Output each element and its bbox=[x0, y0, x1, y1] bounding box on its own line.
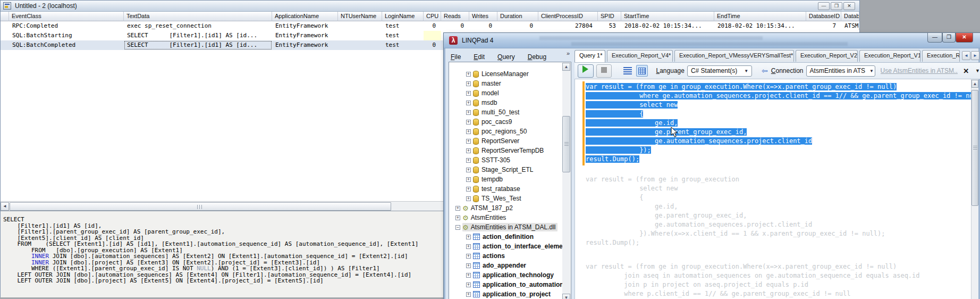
grid-header-NTUserName[interactable]: NTUserName bbox=[338, 12, 382, 21]
grid-cell[interactable] bbox=[1, 21, 9, 31]
expand-icon[interactable]: + bbox=[466, 168, 471, 172]
editor-scrollbar-thumb[interactable] bbox=[971, 90, 978, 206]
tree-item-master[interactable]: +master bbox=[449, 79, 571, 88]
grid-cell[interactable]: SELECT [Filter1].[id1] AS [id... bbox=[124, 31, 272, 40]
connection-more-caret[interactable]: ▼ bbox=[975, 68, 980, 73]
grid-cell[interactable] bbox=[338, 31, 382, 40]
tree-item-tempdb[interactable]: +tempdb bbox=[449, 175, 571, 184]
language-select[interactable]: C# Statement(s)▼ bbox=[687, 65, 752, 77]
tree-item-poc-cacs9[interactable]: +poc_cacs9 bbox=[449, 117, 571, 127]
grid-header-LoginName[interactable]: LoginName bbox=[382, 12, 424, 21]
expand-icon[interactable]: + bbox=[466, 81, 471, 86]
scroll-left-button[interactable]: ◄ bbox=[1, 202, 9, 211]
tab-execution-report-v2[interactable]: Execution_Report_V2 bbox=[796, 50, 858, 62]
grid-cell[interactable]: EntityFramework bbox=[272, 21, 338, 31]
grid-header-StartTime[interactable]: StartTime bbox=[621, 12, 714, 21]
menu-file[interactable]: File bbox=[451, 53, 461, 61]
tree-item-sstt-305[interactable]: +SSTT-305 bbox=[449, 155, 571, 165]
expand-icon[interactable]: + bbox=[455, 206, 460, 211]
grid-cell[interactable]: SELECT [Filter1].[id1] AS [id... bbox=[124, 40, 272, 50]
menu-query[interactable]: Query bbox=[497, 53, 515, 61]
grid-header-EndTime[interactable]: EndTime bbox=[714, 12, 806, 21]
tree-scroll-up-button[interactable]: ▲ bbox=[562, 63, 570, 71]
tree-item-application-to-automation[interactable]: +application_to_automation bbox=[449, 280, 571, 289]
tree-item-reportserver[interactable]: +ReportServer bbox=[449, 136, 571, 146]
profiler-titlebar[interactable]: Untitled - 2 (localhost) — ❐ ✕ bbox=[1, 1, 859, 12]
execute-button[interactable] bbox=[578, 64, 594, 78]
stop-button[interactable] bbox=[596, 64, 612, 78]
tab-execution-report-vmessyverysmalltest-[interactable]: Execution_Report_VMessyVERYSmallTest* bbox=[674, 50, 794, 62]
grid-cell[interactable] bbox=[338, 40, 382, 50]
tree-scrollbar-thumb[interactable] bbox=[562, 116, 570, 172]
expand-icon[interactable]: + bbox=[455, 215, 460, 220]
grid-cell[interactable]: 53 bbox=[598, 21, 621, 31]
grid-header-SPID[interactable]: SPID bbox=[598, 12, 621, 21]
grid-cell[interactable] bbox=[1, 31, 9, 40]
grid-header-Database[interactable]: Database bbox=[841, 12, 859, 21]
grid-header-EventClass[interactable]: EventClass bbox=[9, 12, 124, 21]
tree-item-atsmentities-in-atsm-dal-dll[interactable]: −⚙AtsmEntities in ATSM_DAL.dll bbox=[449, 222, 571, 232]
tree-item-msdb[interactable]: +msdb bbox=[449, 98, 571, 107]
tree-item-reportservertempdb[interactable]: +ReportServerTempDB bbox=[449, 146, 571, 155]
grid-cell[interactable]: 7 bbox=[806, 21, 841, 31]
grid-cell[interactable] bbox=[424, 31, 441, 40]
expand-icon[interactable]: + bbox=[466, 263, 471, 268]
tree-item-ts-wes-test[interactable]: +TS_Wes_Test bbox=[449, 194, 571, 203]
grid-cell[interactable]: 0 bbox=[469, 21, 497, 31]
grid-header-Writes[interactable]: Writes bbox=[469, 12, 497, 21]
grid-cell[interactable]: 2018-02-02 10:15:34... bbox=[714, 21, 806, 31]
tree-scrollbar[interactable]: ▲ ▼ bbox=[562, 63, 570, 299]
linqpad-titlebar[interactable]: λ LINQPad 4 — ❐ ✕ bbox=[444, 33, 980, 48]
grid-cell[interactable]: 0 bbox=[497, 21, 538, 31]
trace-row[interactable]: RPC:Completedexec sp_reset_connectionEnt… bbox=[1, 21, 859, 31]
tab-scroll-left-button[interactable]: ◄ bbox=[962, 51, 970, 60]
grid-cell[interactable]: 0 bbox=[424, 21, 441, 31]
menu-overflow-chevron[interactable]: » bbox=[567, 50, 570, 56]
grid-header-DatabaseID[interactable]: DatabaseID bbox=[806, 12, 841, 21]
code-editor[interactable]: var result = (from ge in group_execution… bbox=[575, 79, 974, 299]
maximize-button[interactable]: ❐ bbox=[831, 2, 842, 10]
expand-icon[interactable]: + bbox=[466, 148, 471, 153]
use-connection-link[interactable]: Use AtsmEntities in ATSM... bbox=[881, 67, 958, 74]
tree-scroll-down-button[interactable]: ▼ bbox=[562, 294, 570, 299]
tree-item-test-ratabase[interactable]: +test_ratabase bbox=[449, 184, 571, 194]
grid-cell[interactable]: ATSM_ bbox=[841, 21, 859, 31]
editor-scroll-up-button[interactable]: ▲ bbox=[971, 80, 978, 88]
grid-cell[interactable]: SQL:BatchCompleted bbox=[9, 40, 124, 50]
grid-cell[interactable] bbox=[1, 40, 9, 50]
close-button[interactable]: ✕ bbox=[843, 2, 855, 10]
grid-cell[interactable]: exec sp_reset_connection bbox=[124, 21, 272, 31]
grid-cell[interactable]: 2018-02-02 10:15:34... bbox=[621, 21, 714, 31]
tree-item-action-definition[interactable]: +action_definition bbox=[449, 232, 571, 242]
minimize-button[interactable]: — bbox=[927, 33, 942, 43]
expand-icon[interactable]: + bbox=[466, 196, 471, 201]
expand-icon[interactable]: + bbox=[466, 273, 471, 278]
maximize-button[interactable]: ❐ bbox=[942, 33, 956, 43]
grid-header-CPU[interactable]: CPU bbox=[424, 12, 441, 21]
close-button[interactable]: ✕ bbox=[956, 33, 973, 43]
menu-edit[interactable]: Edit bbox=[474, 53, 485, 61]
grid-header-Reads[interactable]: Reads bbox=[441, 12, 469, 21]
expand-icon[interactable]: + bbox=[466, 158, 471, 163]
tree-item-stage-script-etl[interactable]: +Stage_Script_ETL bbox=[449, 165, 571, 175]
grid-cell[interactable]: RPC:Completed bbox=[9, 21, 124, 31]
expand-icon[interactable]: + bbox=[466, 187, 471, 192]
tab-execution-report-v1[interactable]: Execution_Report_V1 bbox=[859, 50, 920, 62]
menu-debug[interactable]: Debug bbox=[528, 53, 546, 61]
grid-cell[interactable]: test bbox=[382, 40, 424, 50]
tree-item-licensemanager[interactable]: +LicenseManager bbox=[449, 69, 571, 79]
tree-item-model[interactable]: +model bbox=[449, 88, 571, 98]
scrollbar-thumb[interactable] bbox=[10, 202, 391, 211]
tree-item-ado-appender[interactable]: +ado_appender bbox=[449, 261, 571, 270]
expand-icon[interactable]: + bbox=[466, 235, 471, 239]
grid-cell[interactable]: 27804 bbox=[538, 21, 598, 31]
grid-cell[interactable]: EntityFramework bbox=[272, 40, 338, 50]
tab-execution-r[interactable]: Execution_R bbox=[922, 50, 960, 62]
results-grid-toggle[interactable] bbox=[636, 65, 648, 77]
collapse-icon[interactable]: − bbox=[455, 225, 460, 230]
grid-cell[interactable]: SQL:BatchStarting bbox=[9, 31, 124, 40]
expand-icon[interactable]: + bbox=[466, 91, 471, 96]
expand-icon[interactable]: + bbox=[466, 177, 471, 182]
grid-header-ClientProcessID[interactable]: ClientProcessID bbox=[538, 12, 598, 21]
expand-icon[interactable]: + bbox=[466, 120, 471, 124]
